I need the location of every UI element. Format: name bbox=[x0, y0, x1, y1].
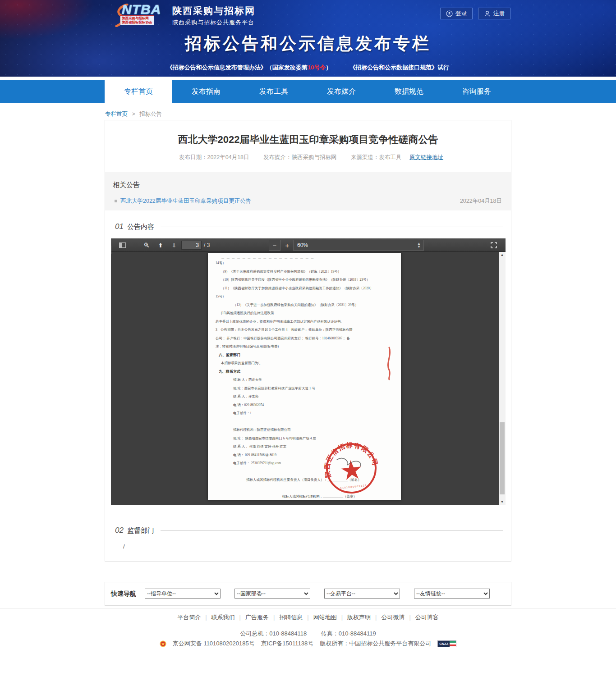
article-panel: 西北大学2022届毕业生蓝田玉印章采购项目竞争性磋商公告 发布日期：2022年0… bbox=[105, 120, 511, 562]
zoom-level-select[interactable]: 60% ▲▼ bbox=[293, 240, 424, 251]
register-button[interactable]: 注册 bbox=[478, 8, 510, 19]
related-item-date: 2022年04月18日 bbox=[460, 197, 502, 205]
pdf-text-line: 招标代理机构：陕西正信招标有限公司 bbox=[208, 426, 401, 434]
scrollbar-thumb[interactable] bbox=[500, 422, 505, 494]
police-badge-icon bbox=[160, 640, 166, 647]
footer-link[interactable]: 招聘信息 bbox=[279, 614, 303, 621]
sidebar-toggle-icon[interactable] bbox=[116, 238, 128, 252]
banner-title: 招标公告和公示信息发布专栏 bbox=[0, 32, 616, 55]
pdf-text-line: 招 标 人：西北大学 bbox=[208, 376, 401, 384]
logo-graphic: NTBA 陕西采购与招标网 陕西省招标投标协会 bbox=[114, 4, 168, 27]
pdf-text-line: 招标人或其招标代理机构：____________（盖章） bbox=[208, 493, 401, 500]
pdf-page: — — — — — — — — — — — — — — — — — — 14号）… bbox=[208, 253, 401, 500]
breadcrumb-home-link[interactable]: 专栏首页 bbox=[105, 111, 128, 117]
footer-link[interactable]: 公司微博 bbox=[381, 614, 405, 621]
pdf-text-line: （12）《关于进一步加强政府绿色采购有关问题的通知》（陕财办采〔2021〕29号… bbox=[208, 301, 401, 310]
supervision-content: / bbox=[123, 543, 125, 550]
quick-nav-select[interactable]: --友情链接-- bbox=[414, 589, 490, 599]
footer-legal-row: 京公网安备 11010802020185号 京ICP备15011138号 版权所… bbox=[0, 640, 616, 648]
svg-text:6 1 0 1 0 8 0 0 6 9 3 2 1: 6 1 0 1 0 8 0 0 6 9 3 2 1 bbox=[340, 484, 366, 489]
toolbar-divider bbox=[111, 238, 111, 246]
pdf-text-line: 3、公告期限：自本公告发布之日起 3 个工作日 4、收款账户： 收款单位：陕西正… bbox=[208, 326, 401, 334]
nav-tab[interactable]: 咨询服务 bbox=[443, 80, 510, 103]
pdf-viewer: 🔍︎ ⬆︎ ⬇︎ / 3 − + 60% ▲▼ — — — — bbox=[111, 238, 506, 505]
footer: 平台简介|联系我们|广告服务|招聘信息|网站地图|版权声明|公司微博|公司博客 … bbox=[0, 608, 616, 648]
quick-nav-select[interactable]: --指导单位-- bbox=[145, 589, 221, 599]
section-1-number: 01 bbox=[115, 222, 124, 231]
login-label: 登录 bbox=[455, 9, 467, 18]
register-label: 注册 bbox=[493, 9, 505, 18]
quick-nav-label: 快速导航 bbox=[111, 590, 136, 598]
scrollbar-down-icon[interactable]: ▼ bbox=[499, 499, 506, 505]
page-up-icon[interactable]: ⬆︎ bbox=[155, 238, 166, 252]
pdf-text-line: 注：转账时须注明项目编号及用途(标书费) bbox=[208, 343, 401, 351]
footer-link[interactable]: 联系我们 bbox=[211, 614, 235, 621]
login-button[interactable]: 登录 bbox=[440, 8, 473, 19]
nav-tab[interactable]: 发布媒介 bbox=[308, 80, 375, 103]
section-2-number: 02 bbox=[115, 526, 124, 535]
section-1-heading: 01 公告内容 bbox=[115, 222, 503, 231]
nav-tab[interactable]: 数据规范 bbox=[375, 80, 443, 103]
pdf-text-line: （9）《关于运用政府采购政策支持乡村产业振兴的通知》（财库〔2021〕19号） bbox=[208, 268, 401, 276]
pdf-text-line: 联 系 人：许老师 bbox=[208, 393, 401, 401]
nav-tab[interactable]: 发布工具 bbox=[240, 80, 308, 103]
publish-date: 发布日期：2022年04月18日 bbox=[179, 154, 249, 160]
page-down-icon[interactable]: ⬇︎ bbox=[169, 238, 179, 252]
dropdown-arrows-icon: ▲▼ bbox=[417, 242, 421, 248]
pdf-text-line: （11）《陕西省财政厅关于加快推进我省中小企业政府采购信用融资工作的通知》（陕财… bbox=[208, 284, 401, 293]
beian-number[interactable]: 京公网安备 11010802020185号 bbox=[173, 640, 255, 648]
section-divider bbox=[161, 227, 503, 227]
company-seal-stamp: 陕西正信招标有限公司 6 1 0 1 0 8 0 0 6 9 3 2 1 bbox=[322, 439, 381, 498]
pdf-text-line: 地 址：西安市长安区郭杜教育科技产业区学府大道 1 号 bbox=[208, 384, 401, 393]
pdf-text-line: 八、监督部门 bbox=[208, 351, 401, 360]
breadcrumb: 专栏首页 > 招标公告 bbox=[105, 110, 162, 118]
red-ink-mark bbox=[385, 347, 394, 380]
footer-link[interactable]: 公司博客 bbox=[415, 614, 439, 621]
pdf-text-line: （10）陕西省财政厅关于印发《陕西省中小企业政府采购信用融资办法》（陕财办采〔2… bbox=[208, 276, 401, 284]
logo-acronym: NTBA bbox=[122, 2, 161, 17]
banner-note-red: 10号令 bbox=[308, 64, 326, 71]
pdf-text-line: 若享受以上政策优惠的企业，提供相应声明函或由工信部认定国内产品有效认证证书. bbox=[208, 318, 401, 326]
footer-link[interactable]: 广告服务 bbox=[245, 614, 269, 621]
nav-tab[interactable]: 专栏首页 bbox=[105, 80, 172, 103]
footer-link[interactable]: 版权声明 bbox=[347, 614, 371, 621]
section-1-title: 公告内容 bbox=[127, 223, 154, 231]
footer-link-separator: | bbox=[375, 614, 377, 621]
pdf-text-line: 14号） bbox=[208, 259, 401, 268]
site-title: 陕西采购与招标网 bbox=[172, 5, 255, 17]
header-banner: NTBA 陕西采购与招标网 陕西省招标投标协会 陕西采购与招标网 陕西采购与招标… bbox=[0, 0, 616, 77]
cnzz-badge[interactable]: CNZZ bbox=[437, 640, 456, 647]
search-icon[interactable]: 🔍︎ bbox=[141, 238, 152, 252]
pdf-toolbar: 🔍︎ ⬆︎ ⬇︎ / 3 − + 60% ▲▼ bbox=[111, 238, 506, 252]
page-number-input[interactable] bbox=[181, 241, 202, 250]
pdf-text-line: (13)其他须遵照执行的法律法规政策 bbox=[208, 309, 401, 318]
site-subtitle: 陕西采购与招标公共服务平台 bbox=[172, 18, 255, 27]
fullscreen-icon[interactable] bbox=[488, 238, 500, 252]
breadcrumb-current: 招标公告 bbox=[139, 111, 162, 117]
publish-media: 发布媒介：陕西采购与招标网 bbox=[263, 154, 337, 160]
company-phone: 公司总机：010-88484118 bbox=[240, 630, 307, 637]
user-circle-icon bbox=[446, 10, 453, 17]
zoom-in-icon[interactable]: + bbox=[281, 238, 293, 252]
breadcrumb-separator: > bbox=[132, 111, 135, 117]
footer-link-separator: | bbox=[307, 614, 308, 621]
icp-number[interactable]: 京ICP备15011138号 bbox=[261, 640, 314, 648]
quick-nav-select[interactable]: --交易平台-- bbox=[324, 589, 400, 599]
quick-nav-select[interactable]: --国家部委-- bbox=[234, 589, 310, 599]
pdf-scrollbar[interactable]: ▲ ▼ bbox=[499, 252, 506, 505]
company-fax: 传真：010-88484119 bbox=[321, 630, 376, 637]
zoom-out-icon[interactable]: − bbox=[269, 240, 280, 251]
site-logo[interactable]: NTBA 陕西采购与招标网 陕西省招标投标协会 陕西采购与招标网 陕西采购与招标… bbox=[114, 4, 255, 27]
footer-link-separator: | bbox=[205, 614, 207, 621]
nav-tab[interactable]: 发布指南 bbox=[172, 80, 240, 103]
related-item: 西北大学2022届毕业生蓝田玉印章采购项目更正公告2022年04月18日 bbox=[105, 197, 511, 206]
source-channel: 来源渠道：发布工具 bbox=[351, 154, 402, 160]
footer-link[interactable]: 平台简介 bbox=[177, 614, 201, 621]
related-item-link[interactable]: 西北大学2022届毕业生蓝田玉印章采购项目更正公告 bbox=[120, 197, 251, 205]
origin-link[interactable]: 原文链接地址 bbox=[409, 154, 443, 160]
footer-link[interactable]: 网站地图 bbox=[313, 614, 337, 621]
pdf-text-line: 15号） bbox=[208, 293, 401, 301]
related-announcements: 相关公告 西北大学2022届毕业生蓝田玉印章采购项目更正公告2022年04月18… bbox=[105, 172, 511, 210]
scrollbar-up-icon[interactable]: ▲ bbox=[499, 252, 506, 258]
page-total: / 3 bbox=[204, 238, 217, 252]
